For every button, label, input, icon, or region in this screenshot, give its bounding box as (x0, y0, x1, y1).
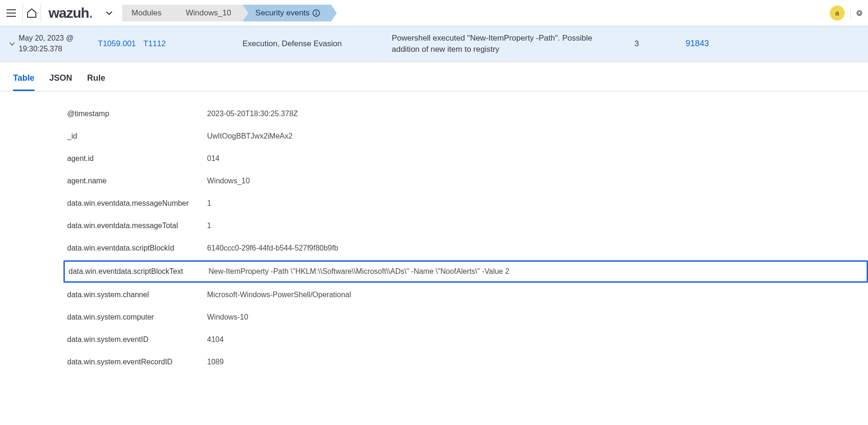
breadcrumb-item-0[interactable]: Modules (122, 5, 173, 21)
breadcrumb-item-1[interactable]: Windows_10 (173, 5, 242, 21)
chevron-down-icon (104, 8, 114, 18)
technique-link-1[interactable]: T1112 (143, 39, 166, 49)
breadcrumb: ModulesWindows_10Security events (122, 5, 331, 21)
field-row: data.win.eventdata.messageTotal1 (63, 215, 868, 237)
summary-level: 3 (611, 39, 662, 49)
field-key: data.win.eventdata.messageTotal (67, 222, 207, 230)
tab-rule[interactable]: Rule (87, 70, 105, 91)
top-header: wazuh. ModulesWindows_10Security events … (0, 0, 868, 26)
field-key: @timestamp (67, 110, 207, 118)
field-key: data.win.eventdata.scriptBlockId (67, 244, 207, 252)
field-row: data.win.system.eventRecordID1089 (63, 351, 868, 373)
rule-id-link[interactable]: 91843 (686, 39, 709, 48)
field-value: 1 (207, 222, 864, 230)
summary-techniques: T1059.001 T1112 (98, 39, 243, 49)
field-key: _id (67, 132, 207, 140)
summary-description: Powershell executed "New-ItemProperty -P… (392, 33, 611, 55)
svg-rect-2 (316, 13, 317, 15)
field-value: 4104 (207, 335, 864, 344)
field-value: Windows_10 (207, 177, 864, 185)
event-summary-row: May 20, 2023 @ 19:30:25.378 T1059.001 T1… (0, 26, 868, 62)
field-row: data.win.system.channelMicrosoft-Windows… (63, 284, 868, 306)
expand-toggle[interactable] (6, 41, 19, 47)
field-value: 1089 (207, 358, 864, 366)
tab-json[interactable]: JSON (49, 70, 72, 91)
field-key: data.win.system.eventID (67, 335, 207, 344)
breadcrumb-item-2[interactable]: Security events (243, 5, 331, 21)
hamburger-menu-icon[interactable] (4, 6, 19, 21)
avatar-letter: a (835, 9, 839, 17)
news-icon[interactable] (850, 7, 862, 19)
summary-rule-id: 91843 (662, 39, 709, 49)
nav-dropdown[interactable] (100, 8, 118, 18)
field-value: New-ItemProperty -Path \"HKLM:\\Software… (208, 267, 863, 276)
avatar[interactable]: a (830, 6, 845, 21)
field-row: @timestamp2023-05-20T18:30:25.378Z (63, 103, 868, 125)
field-value: UwItOogBBTJwx2iMeAx2 (207, 132, 864, 140)
home-button[interactable] (22, 4, 41, 22)
field-row: data.win.eventdata.messageNumber1 (63, 192, 868, 215)
field-row: data.win.eventdata.scriptBlockTextNew-It… (63, 260, 868, 283)
logo-dot: . (89, 5, 92, 21)
field-key: data.win.eventdata.messageNumber (67, 199, 207, 208)
summary-tactic: Execution, Defense Evasion (243, 39, 392, 49)
field-key: data.win.system.eventRecordID (67, 358, 207, 366)
field-row: data.win.system.computerWindows-10 (63, 306, 868, 328)
technique-link-0[interactable]: T1059.001 (98, 39, 136, 49)
field-value: Microsoft-Windows-PowerShell/Operational (207, 291, 864, 299)
detail-tabs: TableJSONRule (0, 62, 868, 91)
field-value: 2023-05-20T18:30:25.378Z (207, 110, 864, 118)
svg-point-3 (857, 10, 862, 15)
field-value: 014 (207, 154, 864, 163)
field-row: data.win.eventdata.scriptBlockId6140ccc0… (63, 237, 868, 259)
field-row: data.win.system.eventID4104 (63, 328, 868, 351)
field-value: 6140ccc0-29f6-44fd-b544-527f9f80b9fb (207, 244, 864, 252)
field-key: data.win.system.computer (67, 313, 207, 321)
chevron-down-icon (9, 41, 15, 47)
svg-point-4 (858, 12, 861, 14)
tab-table[interactable]: Table (13, 70, 35, 91)
fields-table: @timestamp2023-05-20T18:30:25.378Z_idUwI… (0, 91, 868, 384)
field-key: data.win.system.channel (67, 291, 207, 299)
home-icon (26, 7, 37, 19)
field-row: agent.id014 (63, 147, 868, 170)
field-key: agent.name (67, 177, 207, 185)
info-icon (312, 9, 320, 17)
wazuh-logo[interactable]: wazuh. (41, 5, 100, 21)
field-key: data.win.eventdata.scriptBlockText (69, 267, 208, 276)
summary-timestamp: May 20, 2023 @ 19:30:25.378 (19, 33, 98, 54)
svg-point-1 (316, 11, 317, 12)
field-row: _idUwItOogBBTJwx2iMeAx2 (63, 125, 868, 147)
logo-text: wazuh (49, 5, 89, 21)
field-value: Windows-10 (207, 313, 864, 321)
field-value: 1 (207, 199, 864, 208)
field-row: agent.nameWindows_10 (63, 170, 868, 192)
field-key: agent.id (67, 154, 207, 163)
